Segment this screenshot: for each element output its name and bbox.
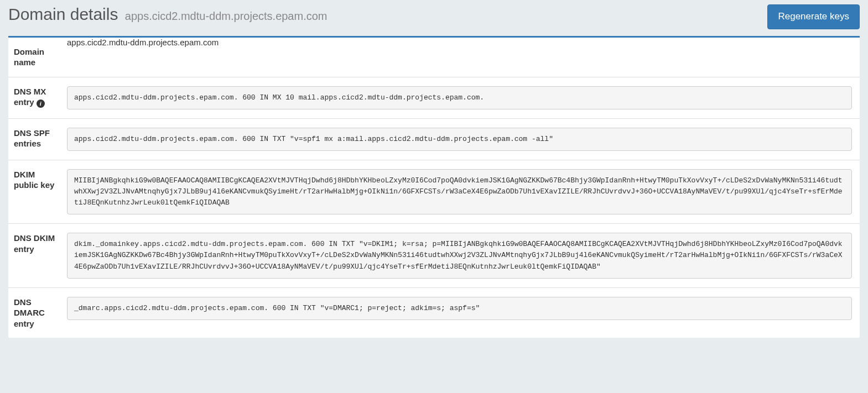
row-dns-dmarc: DNS DMARC entry _dmarc.apps.cicd2.mdtu-d… xyxy=(8,288,860,338)
label-dns-dmarc: DNS DMARC entry xyxy=(8,288,64,338)
details-panel: Domain name apps.cicd2.mdtu-ddm.projects… xyxy=(8,36,860,338)
label-dkim-key: DKIM public key xyxy=(8,160,64,223)
value-dns-mx[interactable]: apps.cicd2.mdtu-ddm.projects.epam.com. 6… xyxy=(67,86,852,109)
page-header: Domain details apps.cicd2.mdtu-ddm.proje… xyxy=(8,0,860,36)
regenerate-keys-button[interactable]: Regenerate keys xyxy=(767,4,860,29)
value-domain-name: apps.cicd2.mdtu-ddm.projects.epam.com xyxy=(64,38,860,77)
value-dkim-key[interactable]: MIIBIjANBgkqhkiG9w0BAQEFAAOCAQ8AMIIBCgKC… xyxy=(67,169,852,214)
row-dns-spf: DNS SPF entries apps.cicd2.mdtu-ddm.proj… xyxy=(8,119,860,160)
info-icon[interactable]: i xyxy=(37,99,45,108)
label-dns-mx: DNS MX entry i xyxy=(8,77,64,118)
page-subtitle: apps.cicd2.mdtu-ddm.projects.epam.com xyxy=(125,10,328,22)
row-dns-dkim: DNS DKIM entry dkim._domainkey.apps.cicd… xyxy=(8,224,860,287)
page-title-text: Domain details xyxy=(8,5,118,23)
row-domain-name: Domain name apps.cicd2.mdtu-ddm.projects… xyxy=(8,38,860,77)
label-dns-dkim: DNS DKIM entry xyxy=(8,224,64,287)
label-dns-spf: DNS SPF entries xyxy=(8,119,64,160)
page-title: Domain details apps.cicd2.mdtu-ddm.proje… xyxy=(8,4,328,24)
row-dkim-key: DKIM public key MIIBIjANBgkqhkiG9w0BAQEF… xyxy=(8,160,860,224)
value-dns-dmarc[interactable]: _dmarc.apps.cicd2.mdtu-ddm.projects.epam… xyxy=(67,297,852,320)
label-domain-name: Domain name xyxy=(8,38,64,77)
row-dns-mx: DNS MX entry i apps.cicd2.mdtu-ddm.proje… xyxy=(8,77,860,119)
value-dns-dkim[interactable]: dkim._domainkey.apps.cicd2.mdtu-ddm.proj… xyxy=(67,233,852,278)
value-dns-spf[interactable]: apps.cicd2.mdtu-ddm.projects.epam.com. 6… xyxy=(67,128,852,151)
